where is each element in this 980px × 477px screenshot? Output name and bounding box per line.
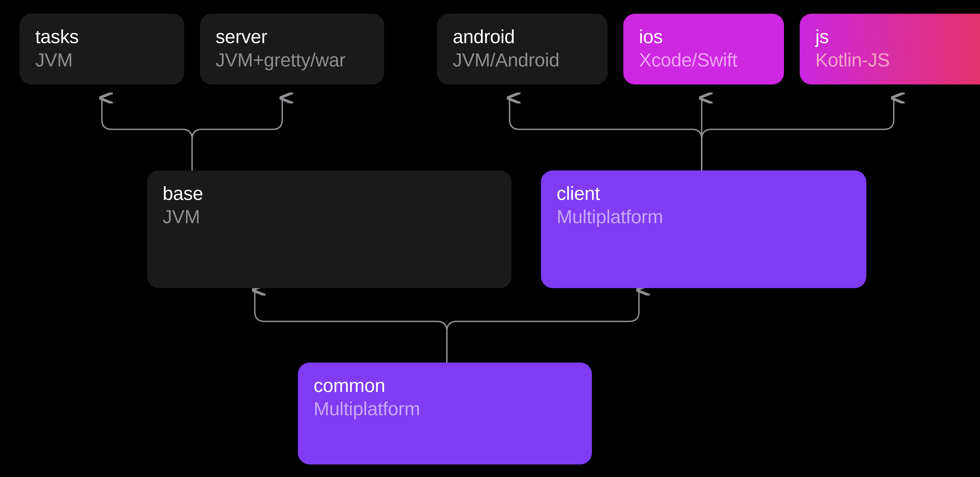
node-js: js Kotlin-JS [800, 14, 980, 84]
node-subtitle: Multiplatform [557, 205, 851, 229]
node-subtitle: Multiplatform [313, 397, 576, 421]
node-title: base [163, 183, 496, 204]
node-title: tasks [35, 26, 169, 48]
node-client: client Multiplatform [541, 170, 866, 288]
node-subtitle: JVM [163, 205, 496, 229]
node-subtitle: JVM [35, 48, 169, 72]
node-title: common [313, 375, 576, 396]
node-subtitle: JVM/Android [453, 48, 592, 72]
node-base: base JVM [147, 170, 512, 288]
node-title: client [557, 183, 851, 204]
node-tasks: tasks JVM [20, 14, 184, 84]
node-title: android [453, 26, 592, 48]
node-subtitle: Kotlin-JS [815, 48, 980, 72]
node-common: common Multiplatform [298, 363, 592, 464]
node-android: android JVM/Android [437, 14, 608, 84]
node-server: server JVM+gretty/war [200, 14, 384, 84]
diagram-canvas: tasks JVM server JVM+gretty/war android … [0, 0, 980, 477]
node-subtitle: JVM+gretty/war [216, 48, 369, 72]
node-ios: ios Xcode/Swift [623, 14, 784, 84]
node-title: js [815, 26, 980, 48]
node-subtitle: Xcode/Swift [639, 48, 768, 72]
node-title: server [216, 26, 369, 48]
node-title: ios [639, 26, 768, 48]
